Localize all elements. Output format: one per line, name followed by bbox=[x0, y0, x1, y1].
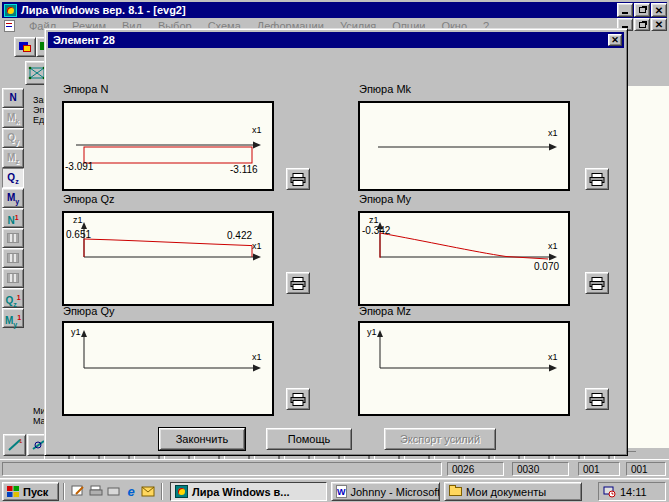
axis-x-label: x1 bbox=[548, 352, 558, 362]
value-left: -3.091 bbox=[65, 161, 93, 172]
child-restore-button[interactable] bbox=[634, 18, 650, 31]
help-button[interactable]: Помощь bbox=[266, 428, 352, 450]
sidebar-epure-My-button[interactable]: My bbox=[2, 188, 24, 208]
chart-My-plot bbox=[360, 213, 568, 304]
frame-diagram-icon bbox=[7, 253, 19, 263]
sidebar-mosaic-button[interactable] bbox=[2, 248, 24, 268]
printer-icon bbox=[290, 393, 306, 406]
sidebar-mosaic-My-button[interactable]: My1 bbox=[2, 308, 24, 328]
chart-title-Qy: Эпюра Qy bbox=[63, 305, 114, 317]
dialog-close-icon[interactable]: ✕ bbox=[608, 34, 622, 46]
chart-N: x1 -3.091 -3.116 bbox=[62, 101, 274, 191]
axis-v-label: z1 bbox=[369, 215, 379, 225]
internet-explorer-icon[interactable]: e bbox=[123, 484, 139, 499]
show-desktop-icon[interactable] bbox=[106, 484, 122, 499]
finish-button[interactable]: Закончить bbox=[159, 428, 245, 450]
side-toolbar: N Mk Qy Mz Qz My N1 Qz1 My1 bbox=[2, 88, 24, 328]
chart-Qz-plot bbox=[64, 213, 272, 304]
axis-x-label: x1 bbox=[252, 352, 262, 362]
folder-icon bbox=[449, 487, 462, 496]
button-label: 1 bbox=[17, 314, 21, 321]
start-button[interactable]: Пуск bbox=[2, 482, 59, 501]
chart-title-Mk: Эпюра Mk bbox=[359, 83, 411, 95]
dialog-titlebar[interactable]: Элемент 28 ✕ bbox=[48, 32, 624, 48]
status-message bbox=[2, 462, 442, 476]
button-label: z bbox=[15, 178, 19, 185]
button-label: 1 bbox=[17, 294, 21, 301]
frame-diagram-icon bbox=[7, 233, 19, 243]
export-forces-button[interactable]: Экспорт усилий bbox=[384, 428, 496, 450]
button-label: M bbox=[7, 192, 15, 203]
chart-title-My: Эпюра My bbox=[359, 193, 411, 205]
document-icon[interactable] bbox=[4, 20, 15, 32]
printer-icon bbox=[589, 277, 605, 290]
sidebar-epure-Mz-button[interactable]: Mz bbox=[2, 148, 24, 168]
lira-icon bbox=[175, 485, 188, 498]
value-right: 0.422 bbox=[227, 230, 252, 241]
sidebar-mosaic-Qz-button[interactable]: Qz1 bbox=[2, 288, 24, 308]
value-left: -0.342 bbox=[362, 225, 390, 236]
toolbar-scheme-button[interactable] bbox=[14, 37, 36, 57]
task-lira-windows[interactable]: Лира Windows в... bbox=[170, 482, 327, 501]
print-chart-Mz-button[interactable] bbox=[585, 388, 609, 410]
button-label: y bbox=[15, 198, 19, 205]
task-my-documents[interactable]: Мои документы bbox=[444, 482, 582, 501]
windows-logo-icon bbox=[6, 485, 20, 498]
sidebar-epure-Mk-button[interactable]: Mk bbox=[2, 108, 24, 128]
axis-v-label: y1 bbox=[71, 327, 81, 337]
axis-x-label: x1 bbox=[548, 128, 558, 138]
chart-Qy: y1 x1 bbox=[62, 321, 274, 416]
task-label: Лира Windows в... bbox=[192, 486, 290, 498]
start-label: Пуск bbox=[23, 486, 48, 498]
frame-diagram-icon bbox=[7, 273, 19, 283]
element-dialog: Элемент 28 ✕ Эпюра N x1 -3.091 -3.116 Эп… bbox=[44, 28, 628, 456]
mail-shortcut-icon[interactable] bbox=[140, 484, 156, 499]
value-right: 0.070 bbox=[534, 261, 559, 272]
button-label: y bbox=[13, 321, 17, 328]
print-chart-My-button[interactable] bbox=[585, 272, 609, 294]
sidebar-epure-Qy-button[interactable]: Qy bbox=[2, 128, 24, 148]
status-loadcase-total: 001 bbox=[626, 462, 666, 476]
window-title: Лира Windows вер. 8.1 - [evg2] bbox=[21, 4, 186, 16]
axis-v-label: y1 bbox=[367, 327, 377, 337]
dialog-title: Элемент 28 bbox=[53, 34, 115, 46]
word-icon: W bbox=[336, 485, 347, 498]
info-panel-text: Заг Эпю Еди bbox=[33, 95, 44, 125]
print-chart-Qz-button[interactable] bbox=[286, 272, 310, 294]
scheduler-tray-icon[interactable] bbox=[603, 485, 616, 498]
svg-text:1: 1 bbox=[19, 438, 23, 444]
printer-icon bbox=[290, 277, 306, 290]
task-word-johnny[interactable]: W Johnny - Microsoft W... bbox=[331, 482, 440, 501]
axis-x-label: x1 bbox=[548, 241, 558, 251]
print-chart-Mk-button[interactable] bbox=[585, 168, 609, 190]
sidebar-epure-Qz-button[interactable]: Qz bbox=[2, 168, 24, 188]
print-chart-Qy-button[interactable] bbox=[286, 388, 310, 410]
sidebar-mosaic-button[interactable] bbox=[2, 228, 24, 248]
button-label: 1 bbox=[15, 214, 19, 221]
desktop-shortcut-icon[interactable] bbox=[70, 484, 86, 499]
printer-icon bbox=[290, 173, 306, 186]
status-node-count: 0026 bbox=[447, 462, 504, 476]
clock[interactable]: 14:11 bbox=[620, 486, 647, 498]
axis-v-label: z1 bbox=[73, 215, 83, 225]
line-tool-icon: 1 bbox=[6, 437, 24, 453]
sidebar-mosaic-button[interactable] bbox=[2, 268, 24, 288]
restore-button[interactable] bbox=[634, 3, 650, 17]
sidebar-mosaic-N-button[interactable]: N1 bbox=[2, 208, 24, 228]
sidebar-epure-N-button[interactable]: N bbox=[2, 88, 24, 108]
taskbar-divider bbox=[161, 483, 163, 500]
chart-My: z1 x1 -0.342 0.070 bbox=[358, 211, 570, 306]
line-tool-button[interactable]: 1 bbox=[3, 434, 26, 456]
close-button[interactable]: ✕ bbox=[651, 3, 667, 17]
child-close-button[interactable]: ✕ bbox=[651, 18, 667, 31]
scheme-window-icon bbox=[23, 45, 31, 52]
status-element-count: 0030 bbox=[512, 462, 569, 476]
value-right: -3.116 bbox=[230, 164, 258, 175]
print-chart-N-button[interactable] bbox=[286, 168, 310, 190]
button-label: z bbox=[15, 158, 19, 165]
printer-shortcut-icon[interactable] bbox=[88, 484, 104, 499]
status-loadcase: 001 bbox=[578, 462, 620, 476]
chart-N-plot bbox=[64, 103, 272, 189]
minimize-button[interactable] bbox=[617, 3, 633, 17]
chart-Mk-plot bbox=[360, 103, 568, 189]
